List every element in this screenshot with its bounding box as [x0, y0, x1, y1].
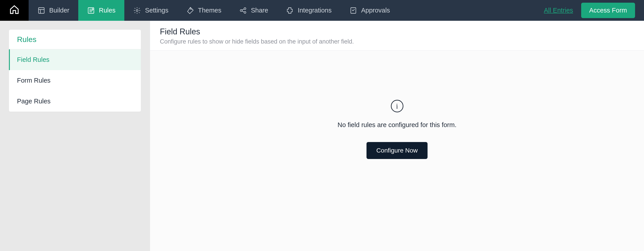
sidebar-item-field-rules[interactable]: Field Rules: [9, 49, 141, 70]
sidebar-item-label: Form Rules: [17, 77, 50, 84]
svg-rect-0: [38, 7, 44, 13]
top-navigation: Builder Rules Settings Themes Share: [0, 0, 644, 21]
main-inner: Field Rules Configure rules to show or h…: [150, 21, 644, 251]
svg-point-3: [136, 9, 138, 11]
tab-label: Rules: [99, 7, 116, 14]
nav-right: All Entries Access Form: [544, 0, 644, 21]
sidebar-wrap: Rules Field Rules Form Rules Page Rules: [0, 21, 150, 251]
page-description: Configure rules to show or hide fields b…: [160, 38, 634, 45]
home-icon: [9, 4, 20, 16]
access-form-button[interactable]: Access Form: [581, 3, 635, 18]
svg-point-2: [92, 8, 94, 10]
sidebar-header[interactable]: Rules: [9, 30, 141, 49]
content-body: i No field rules are configured for this…: [150, 51, 644, 251]
approvals-icon: [350, 7, 357, 14]
main-content: Field Rules Configure rules to show or h…: [150, 21, 644, 251]
all-entries-link[interactable]: All Entries: [544, 7, 573, 14]
tab-builder[interactable]: Builder: [28, 0, 78, 21]
sidebar: Rules Field Rules Form Rules Page Rules: [9, 30, 141, 112]
tab-approvals[interactable]: Approvals: [340, 0, 399, 21]
sidebar-item-form-rules[interactable]: Form Rules: [9, 70, 141, 91]
svg-point-4: [240, 9, 242, 11]
info-icon: i: [391, 100, 404, 112]
sidebar-item-label: Page Rules: [17, 98, 50, 105]
tab-label: Settings: [145, 7, 168, 14]
svg-point-6: [244, 11, 246, 13]
share-icon: [239, 7, 247, 14]
tab-share[interactable]: Share: [230, 0, 277, 21]
tab-integrations[interactable]: Integrations: [277, 0, 340, 21]
settings-icon: [133, 7, 141, 14]
integrations-icon: [286, 7, 294, 14]
rules-icon: [87, 7, 95, 14]
page-title: Field Rules: [160, 27, 634, 36]
tab-themes[interactable]: Themes: [177, 0, 230, 21]
themes-icon: [186, 7, 194, 14]
tab-label: Integrations: [298, 7, 332, 14]
configure-now-button[interactable]: Configure Now: [366, 142, 428, 159]
svg-point-5: [244, 7, 246, 9]
tab-label: Share: [251, 7, 268, 14]
page-body: Rules Field Rules Form Rules Page Rules …: [0, 21, 644, 251]
tab-label: Approvals: [361, 7, 390, 14]
sidebar-item-page-rules[interactable]: Page Rules: [9, 91, 141, 112]
tab-rules[interactable]: Rules: [78, 0, 124, 21]
empty-state-message: No field rules are configured for this f…: [338, 121, 456, 129]
content-header: Field Rules Configure rules to show or h…: [150, 21, 644, 51]
home-button[interactable]: [0, 0, 28, 21]
tab-settings[interactable]: Settings: [124, 0, 177, 21]
tab-label: Themes: [198, 7, 222, 14]
sidebar-item-label: Field Rules: [17, 56, 50, 63]
nav-tabs: Builder Rules Settings Themes Share: [28, 0, 399, 21]
tab-label: Builder: [49, 7, 69, 14]
builder-icon: [38, 7, 45, 14]
